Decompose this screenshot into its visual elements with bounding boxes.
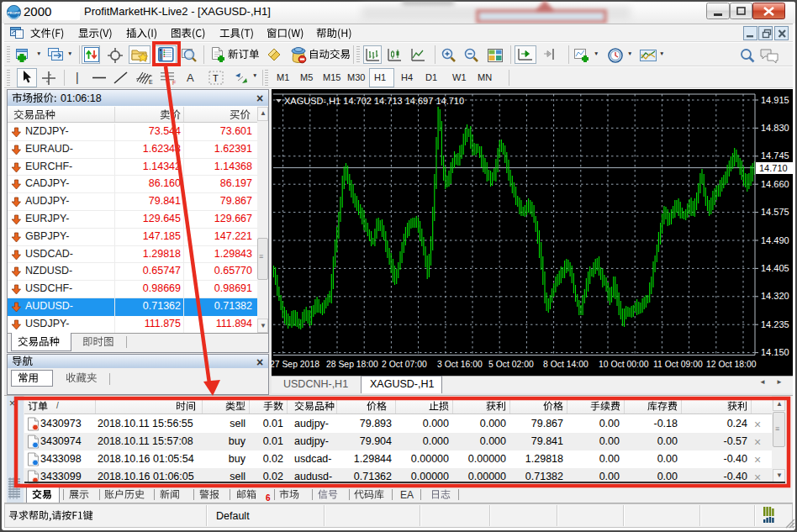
svg-text:14.320: 14.320 <box>761 291 789 301</box>
svg-text:14.660: 14.660 <box>761 179 789 189</box>
svg-text:11 Oct 09:00: 11 Oct 09:00 <box>653 360 703 369</box>
svg-text:14.150: 14.150 <box>761 347 789 357</box>
svg-text:14.830: 14.830 <box>761 123 789 133</box>
svg-text:8 Oct 14:00: 8 Oct 14:00 <box>543 360 589 369</box>
svg-text:28 Sep 18:00: 28 Sep 18:00 <box>326 360 378 369</box>
svg-text:12 Oct 18:00: 12 Oct 18:00 <box>706 360 757 369</box>
svg-text:14.235: 14.235 <box>761 319 789 329</box>
svg-text:XAGUSD-,H1 14.702 14.713 14.6: XAGUSD-,H1 14.702 14.713 14.697 14.710 <box>284 96 464 106</box>
svg-text:2 Oct 07:00: 2 Oct 07:00 <box>382 360 427 369</box>
svg-text:5 Oct 02:00: 5 Oct 02:00 <box>488 360 534 369</box>
svg-text:14.745: 14.745 <box>761 150 789 161</box>
svg-text:14.915: 14.915 <box>761 95 789 105</box>
svg-text:10 Oct 00:00: 10 Oct 00:00 <box>599 360 649 369</box>
svg-text:14.710: 14.710 <box>759 163 788 173</box>
svg-text:14.490: 14.490 <box>761 235 789 245</box>
svg-text:14.575: 14.575 <box>761 207 789 217</box>
svg-text:27 Sep 2018: 27 Sep 2018 <box>270 360 319 369</box>
svg-text:14.405: 14.405 <box>761 263 789 273</box>
svg-text:3 Oct 16:00: 3 Oct 16:00 <box>437 360 483 369</box>
